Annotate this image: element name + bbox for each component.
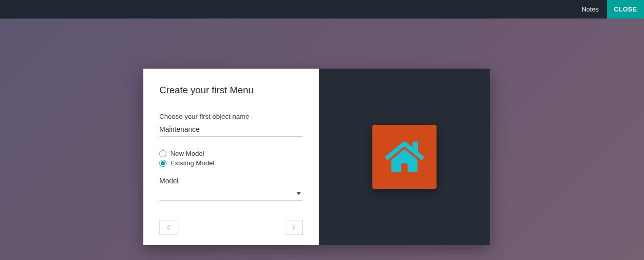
radio-label: Existing Model xyxy=(170,159,214,167)
radio-existing-model[interactable]: Existing Model xyxy=(159,159,303,167)
radio-circle-selected-icon xyxy=(159,160,166,167)
app-tile-preview xyxy=(372,125,437,189)
prev-button[interactable] xyxy=(159,220,177,235)
notes-button[interactable]: Notes xyxy=(574,0,607,19)
chevron-left-icon xyxy=(166,224,170,230)
stage: Create your first Menu Choose your first… xyxy=(0,19,644,260)
chevron-right-icon xyxy=(292,224,296,230)
object-name-label: Choose your first object name xyxy=(159,113,303,120)
close-button[interactable]: CLOSE xyxy=(607,0,644,19)
home-icon xyxy=(385,139,424,174)
dialog-title: Create your first Menu xyxy=(159,85,303,96)
model-type-radio-group: New Model Existing Model xyxy=(159,150,303,169)
wizard-nav xyxy=(159,220,303,235)
model-field-label: Model xyxy=(159,177,303,185)
model-select[interactable] xyxy=(159,187,303,201)
radio-circle-icon xyxy=(159,150,166,157)
radio-label: New Model xyxy=(170,150,204,157)
top-bar: Notes CLOSE xyxy=(0,0,644,19)
dialog-form-panel: Create your first Menu Choose your first… xyxy=(143,69,319,245)
caret-down-icon xyxy=(297,192,301,195)
dialog-preview-panel xyxy=(319,69,490,245)
object-name-input[interactable] xyxy=(159,123,303,137)
radio-new-model[interactable]: New Model xyxy=(159,150,303,157)
next-button[interactable] xyxy=(285,220,303,235)
wizard-dialog: Create your first Menu Choose your first… xyxy=(143,69,490,245)
